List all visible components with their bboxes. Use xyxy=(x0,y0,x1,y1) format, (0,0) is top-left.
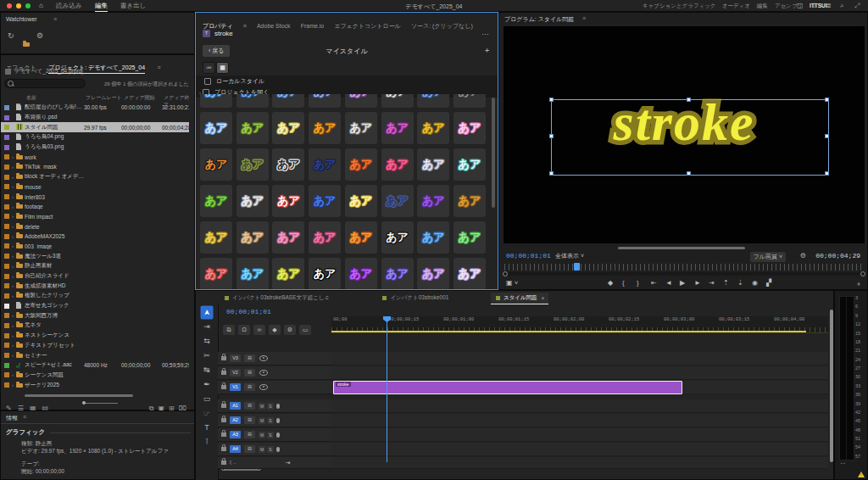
disclosure-caret[interactable]: › xyxy=(9,343,16,348)
style-tile[interactable]: あア xyxy=(200,94,232,108)
style-tile[interactable]: あア xyxy=(236,221,269,254)
mute-button[interactable]: M xyxy=(259,432,265,438)
timeline-settings-icon[interactable]: ⚙ xyxy=(284,325,296,335)
quick-export-icon[interactable]: ⇪ xyxy=(811,2,817,9)
project-row[interactable]: ›静止画素材 xyxy=(1,261,189,271)
video-track-header[interactable]: V1⊟ xyxy=(218,381,331,394)
master-track-body[interactable] xyxy=(331,457,828,469)
style-tile[interactable]: あア xyxy=(417,185,449,217)
style-tile[interactable]: あア xyxy=(200,221,232,254)
style-tile[interactable]: あア xyxy=(309,148,341,181)
color-label[interactable] xyxy=(4,304,9,309)
disclosure-caret[interactable]: › xyxy=(9,224,16,229)
style-tile[interactable]: あア xyxy=(309,112,341,144)
program-timecode[interactable]: 00;00;01;01 xyxy=(506,252,551,260)
disclosure-caret[interactable]: › xyxy=(9,372,16,377)
panel-menu-icon[interactable]: ≡ xyxy=(243,23,247,29)
ripple-edit-tool[interactable]: ⇆ xyxy=(200,335,214,348)
color-label[interactable] xyxy=(4,363,9,368)
style-tile[interactable]: あア xyxy=(272,112,304,144)
lock-icon[interactable] xyxy=(221,385,226,389)
style-tile[interactable]: あア xyxy=(345,185,377,217)
fullscreen-icon[interactable]: ⤢ xyxy=(854,2,860,10)
style-tile[interactable]: あア xyxy=(309,94,341,108)
local-styles-row[interactable]: ローカルスタイル xyxy=(196,75,498,87)
style-tile[interactable]: あア xyxy=(417,94,449,108)
track-sync-lock-icon[interactable]: ⊟ xyxy=(244,416,255,424)
snap-icon[interactable]: Ω xyxy=(238,325,250,335)
add-marker-icon[interactable]: ◆ xyxy=(608,279,613,287)
project-row[interactable]: ›block オーディオメディア xyxy=(1,172,189,182)
grid-view-button[interactable]: ▦ xyxy=(216,62,229,74)
lock-icon[interactable] xyxy=(221,356,226,360)
col-framerate[interactable]: フレームレート xyxy=(86,94,122,102)
mute-button[interactable]: M xyxy=(259,446,265,453)
style-tile[interactable]: あア xyxy=(200,185,232,217)
slip-tool[interactable]: ↹ xyxy=(200,364,214,377)
lock-icon[interactable] xyxy=(221,460,226,465)
gear-icon[interactable]: ⚙ xyxy=(36,31,43,40)
scrollbar-handle-right[interactable] xyxy=(860,271,865,276)
style-tile[interactable]: あア xyxy=(381,221,414,254)
style-tile[interactable]: あア xyxy=(309,185,341,217)
step-forward-icon[interactable]: ► xyxy=(694,279,701,287)
warning-icon[interactable] xyxy=(858,472,865,477)
disclosure-caret[interactable]: › xyxy=(9,323,16,328)
audio-track-A4[interactable] xyxy=(331,443,828,456)
color-label[interactable] xyxy=(4,125,9,130)
list-view-button[interactable]: ≔ xyxy=(203,62,215,74)
horizontal-scrollbar[interactable] xyxy=(25,394,133,397)
disclosure-caret[interactable]: › xyxy=(9,353,16,358)
video-track-V2[interactable] xyxy=(331,366,828,380)
style-tile[interactable]: あア xyxy=(272,258,304,289)
selection-handle[interactable] xyxy=(549,134,554,138)
style-tile[interactable]: あア xyxy=(272,221,304,254)
selection-handle[interactable] xyxy=(825,98,829,102)
voiceover-record-icon[interactable] xyxy=(276,447,280,452)
tab-ソース: (クリップなし)[interactable]: ソース: (クリップなし) xyxy=(411,22,473,31)
workspace-編集[interactable]: 編集 xyxy=(757,3,768,10)
play-icon[interactable]: ▶ xyxy=(680,279,685,287)
disclosure-caret[interactable]: › xyxy=(9,154,16,159)
style-tile[interactable]: あア xyxy=(381,185,414,217)
project-row[interactable]: ›複製したクリップ xyxy=(1,291,189,301)
disclosure-caret[interactable]: › xyxy=(9,254,16,259)
solo-button[interactable]: S xyxy=(267,446,274,453)
program-scrollbar[interactable] xyxy=(503,272,865,276)
track-target-A1[interactable]: A1 xyxy=(230,402,241,410)
video-track-header[interactable]: V2⊟ xyxy=(218,366,331,380)
captions-icon[interactable]: ▭ xyxy=(299,325,311,335)
project-row[interactable]: スタイル問題29.97 fps00;00;00;0000;00;04;28 xyxy=(1,122,189,132)
project-row[interactable]: ›シーケンス問題 xyxy=(1,371,189,381)
disclosure-caret[interactable]: › xyxy=(9,234,16,239)
timeline-playhead[interactable] xyxy=(387,316,387,462)
style-tile[interactable]: あア xyxy=(417,112,449,144)
track-select-tool[interactable]: ⇥ xyxy=(200,321,214,333)
project-row[interactable]: ›魔法ツール3選 xyxy=(1,251,189,261)
go-to-in-icon[interactable]: ⇤ xyxy=(651,279,657,287)
timeline-timecode[interactable]: 00;00;01;01 xyxy=(226,308,271,315)
col-name[interactable]: 名前 xyxy=(26,94,36,102)
tab-Frame.io[interactable]: Frame.io xyxy=(301,23,325,29)
disclosure-caret[interactable]: › xyxy=(9,243,16,248)
mark-in-icon[interactable]: { xyxy=(622,279,625,287)
button-editor-plus-icon[interactable]: ＋ xyxy=(855,279,862,288)
project-row[interactable]: ›footage xyxy=(1,202,189,212)
project-row[interactable]: 配信屋台のびしろ街!? 三島氏30.00 fps00:00:00:0032:31… xyxy=(1,103,189,113)
selection-handle[interactable] xyxy=(687,98,691,102)
selection-bounding-box[interactable] xyxy=(551,99,829,176)
style-tile[interactable]: あア xyxy=(417,258,449,289)
timeline-v-scrollbar[interactable] xyxy=(830,310,833,462)
extract-icon[interactable]: ⇣ xyxy=(737,279,743,287)
project-row[interactable]: ›Inter803 xyxy=(1,192,189,202)
project-row[interactable]: 左寄せ丸ゴシック xyxy=(1,301,189,311)
style-tile[interactable]: あア xyxy=(453,112,486,144)
audio-track-A3[interactable] xyxy=(331,428,828,442)
track-target-A4[interactable]: A4 xyxy=(230,445,241,453)
track-target-V2[interactable]: V2 xyxy=(230,369,241,377)
style-tile[interactable]: あア xyxy=(453,258,486,289)
program-video-area[interactable]: stroke stroke xyxy=(504,26,865,243)
style-tile[interactable]: あア xyxy=(345,221,377,254)
style-tile[interactable]: あア xyxy=(453,185,486,217)
style-tile[interactable]: あア xyxy=(236,185,269,217)
